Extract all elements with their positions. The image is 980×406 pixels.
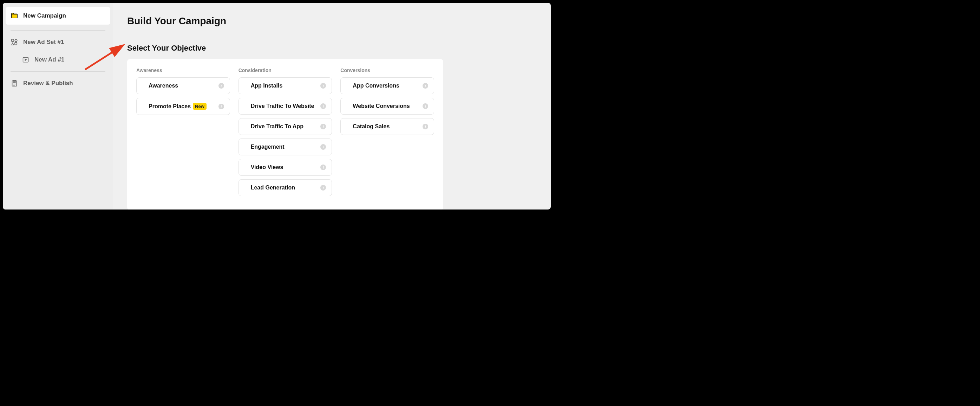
info-icon[interactable]: i [218, 83, 224, 89]
objective-card: AwarenessAwarenessiPromote PlacesNewiCon… [127, 59, 443, 209]
objective-label: Catalog Sales [353, 123, 390, 130]
objective-button[interactable]: Awarenessi [136, 77, 230, 94]
section-title: Select Your Objective [127, 43, 537, 53]
objective-label: App Conversions [353, 83, 399, 89]
page-title: Build Your Campaign [127, 16, 537, 27]
column-header: Awareness [136, 67, 230, 73]
info-icon[interactable]: i [218, 104, 224, 109]
sidebar-item-review[interactable]: Review & Publish [3, 75, 113, 92]
objective-button[interactable]: Drive Traffic To Websitei [239, 98, 332, 115]
sidebar-item-label: New Ad Set #1 [23, 39, 64, 46]
objective-button[interactable]: Engagementi [239, 139, 332, 155]
objective-button[interactable]: Catalog Salesi [340, 118, 434, 135]
info-icon[interactable]: i [320, 144, 326, 150]
sidebar-item-label: Review & Publish [23, 80, 73, 87]
objective-label: Drive Traffic To Website [251, 103, 314, 109]
sidebar-item-label: New Ad #1 [34, 56, 64, 63]
new-badge: New [193, 103, 207, 110]
objective-button[interactable]: App Installsi [239, 77, 332, 94]
info-icon[interactable]: i [320, 185, 326, 190]
sidebar-item-ad[interactable]: New Ad #1 [3, 51, 113, 69]
column-header: Conversions [340, 67, 434, 73]
folder-icon [11, 12, 18, 20]
sidebar-item-label: New Campaign [23, 12, 66, 19]
svg-rect-3 [15, 43, 17, 45]
sidebar-item-adset[interactable]: New Ad Set #1 [3, 34, 113, 51]
sidebar: New Campaign New Ad Set #1 New [3, 3, 113, 209]
column-header: Consideration [239, 67, 332, 73]
info-icon[interactable]: i [423, 83, 428, 89]
objective-button[interactable]: Website Conversionsi [340, 98, 434, 115]
info-icon[interactable]: i [423, 124, 428, 129]
objective-column: ConversionsApp ConversionsiWebsite Conve… [340, 67, 434, 200]
info-icon[interactable]: i [423, 103, 428, 109]
app-frame: New Campaign New Ad Set #1 New [3, 3, 551, 209]
info-icon[interactable]: i [320, 165, 326, 170]
svg-rect-1 [11, 39, 14, 42]
ad-icon [22, 56, 30, 64]
main-content: Build Your Campaign Select Your Objectiv… [113, 3, 551, 209]
objective-label: Engagement [251, 144, 285, 150]
objective-button[interactable]: Video Viewsi [239, 159, 332, 176]
info-icon[interactable]: i [320, 103, 326, 109]
objective-label: Video Views [251, 164, 283, 171]
objective-column: AwarenessAwarenessiPromote PlacesNewi [136, 67, 230, 200]
info-icon[interactable]: i [320, 124, 326, 129]
objective-button[interactable]: Drive Traffic To Appi [239, 118, 332, 135]
sidebar-divider [11, 71, 105, 72]
objective-button[interactable]: Lead Generationi [239, 179, 332, 196]
objective-button[interactable]: App Conversionsi [340, 77, 434, 94]
objective-label: Website Conversions [353, 103, 410, 109]
objective-label: Lead Generation [251, 185, 295, 191]
objective-label: Awareness [149, 83, 178, 89]
objective-button[interactable]: Promote PlacesNewi [136, 98, 230, 115]
sidebar-item-campaign[interactable]: New Campaign [6, 7, 110, 25]
sidebar-divider [11, 30, 105, 30]
adset-icon [11, 38, 18, 46]
svg-point-2 [15, 39, 17, 42]
objective-column: ConsiderationApp InstallsiDrive Traffic … [239, 67, 332, 200]
objective-label: App Installs [251, 83, 283, 89]
objective-label: Drive Traffic To App [251, 123, 304, 130]
clipboard-icon [11, 80, 18, 87]
info-icon[interactable]: i [320, 83, 326, 89]
objective-label: Promote Places [149, 103, 191, 110]
